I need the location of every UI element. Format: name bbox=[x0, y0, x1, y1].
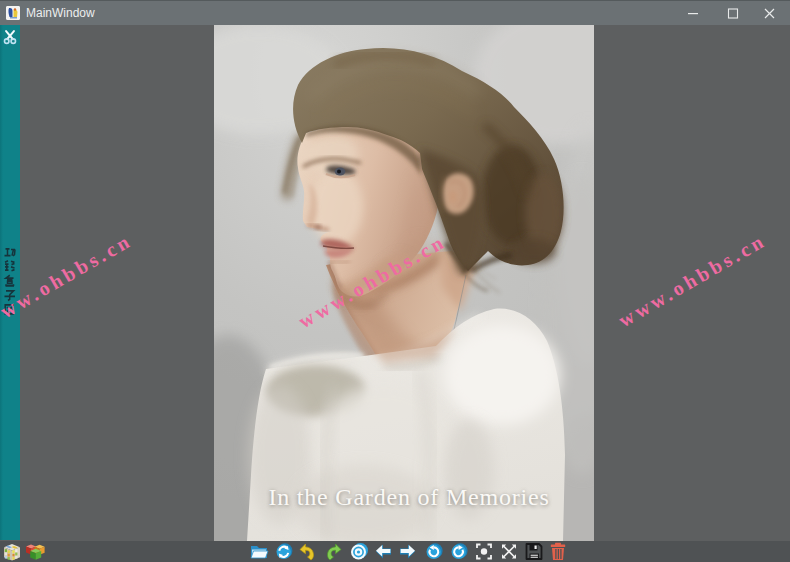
svg-text:In the Garden of Memories: In the Garden of Memories bbox=[268, 484, 549, 510]
